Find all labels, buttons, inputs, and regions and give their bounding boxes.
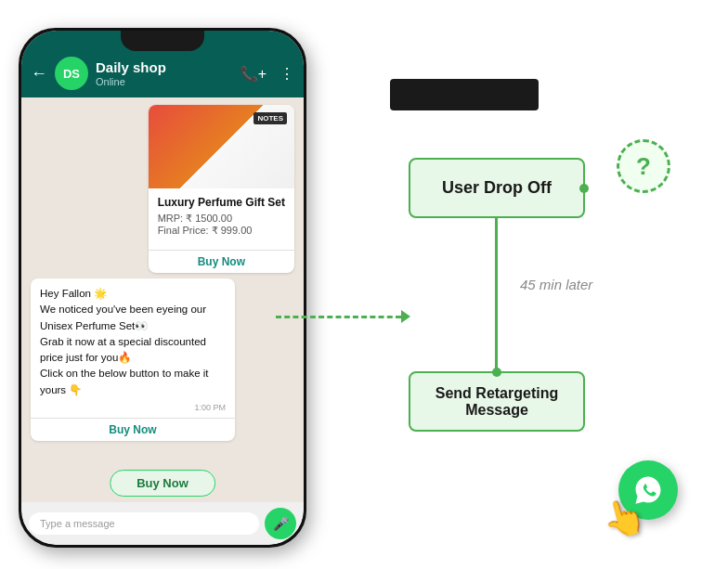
vertical-connector-line: [495, 218, 498, 371]
user-dropoff-box: User Drop Off: [409, 158, 585, 218]
product-image: NOTES: [149, 105, 294, 188]
product-title: Luxury Perfume Gift Set: [158, 196, 285, 209]
retarget-line3: Grab it now at a special discounted pric…: [40, 334, 226, 367]
arrow-head-right: [401, 310, 410, 323]
message-input[interactable]: Type a message: [29, 512, 259, 535]
phone-mockup: ← DS Daily shop Online 📞+ ⋮ NOTES: [19, 28, 306, 548]
product-mrp: MRP: ₹ 1500.00: [158, 213, 285, 225]
retarget-line4: Click on the below button to make it you…: [40, 366, 226, 398]
question-mark-icon: ?: [617, 139, 670, 193]
dot-connector-top: [492, 368, 501, 377]
retarget-line2: We noticed you've been eyeing our Unisex…: [40, 302, 226, 334]
back-icon[interactable]: ←: [31, 64, 47, 84]
product-image-label: NOTES: [254, 112, 287, 124]
buy-now-float-button[interactable]: Buy Now: [110, 470, 215, 497]
chat-area: NOTES Luxury Perfume Gift Set MRP: ₹ 150…: [21, 97, 304, 502]
dashed-arrow-top: [276, 310, 410, 323]
product-final-price: Final Price: ₹ 999.00: [158, 225, 285, 237]
call-icon[interactable]: 📞+: [240, 65, 266, 83]
contact-avatar: DS: [55, 57, 88, 90]
phone-shell: ← DS Daily shop Online 📞+ ⋮ NOTES: [19, 28, 306, 548]
contact-info: Daily shop Online: [96, 59, 232, 87]
send-button[interactable]: 🎤: [265, 508, 296, 539]
send-retarget-label: Send Retargeting Message: [436, 385, 558, 419]
product-buy-button[interactable]: Buy Now: [149, 250, 294, 273]
send-retarget-box: Send Retargeting Message: [409, 371, 585, 432]
header-icons: 📞+ ⋮: [240, 65, 294, 83]
input-bar: Type a message 🎤: [21, 502, 304, 545]
redacted-bar: [390, 79, 539, 110]
retarget-message-text: Hey Fallon 🌟 We noticed you've been eyei…: [31, 278, 235, 418]
dot-connector-right: [579, 184, 589, 193]
message-timestamp: 1:00 PM: [40, 402, 226, 415]
phone-screen: ← DS Daily shop Online 📞+ ⋮ NOTES: [21, 31, 304, 545]
contact-name: Daily shop: [96, 59, 232, 76]
retarget-message-bubble: Hey Fallon 🌟 We noticed you've been eyei…: [31, 278, 235, 441]
phone-notch: [121, 31, 204, 51]
product-card-body: Luxury Perfume Gift Set MRP: ₹ 1500.00 F…: [149, 188, 294, 250]
time-label: 45 min later: [520, 277, 592, 292]
product-card-bubble: NOTES Luxury Perfume Gift Set MRP: ₹ 150…: [149, 105, 294, 273]
retarget-buy-button[interactable]: Buy Now: [31, 418, 235, 441]
retarget-line1: Hey Fallon 🌟: [40, 286, 226, 302]
contact-status: Online: [96, 76, 232, 87]
dashed-line-horizontal-top: [276, 316, 401, 318]
user-dropoff-label: User Drop Off: [442, 178, 552, 198]
flow-diagram: ? User Drop Off 45 min later Send Retarg…: [362, 28, 696, 548]
menu-icon[interactable]: ⋮: [280, 65, 294, 83]
